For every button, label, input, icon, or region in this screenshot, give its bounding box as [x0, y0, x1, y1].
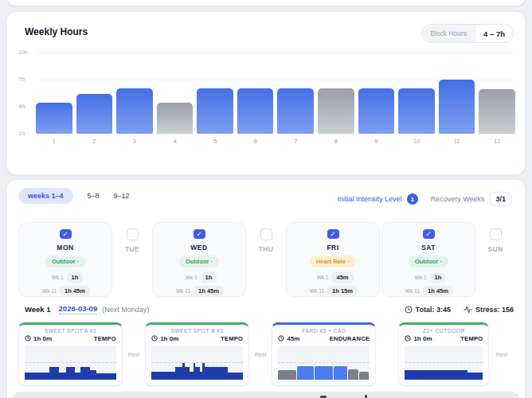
tab-weeks-9-12[interactable]: 9–12 — [114, 192, 130, 200]
week-bar[interactable]: 5 — [197, 49, 233, 145]
week-bar[interactable]: 3 — [116, 49, 153, 145]
x-axis-tick-label: 5 — [197, 134, 233, 145]
week-duration-row: Wk 111h 45m — [174, 286, 224, 296]
rest-label: Rest — [255, 352, 266, 357]
x-axis-tick-label: 12 — [479, 134, 515, 145]
workout-card[interactable]: SWEET SPOT B #11h 0mTEMPO — [145, 322, 249, 386]
workout-intensity-label: ENDURANCE — [330, 335, 370, 342]
workout-card[interactable]: Z2+ OUTDOOR1h 0mTEMPO — [398, 322, 489, 386]
interval-segment — [278, 370, 296, 380]
day-column-fri: ✓FRIHeart Rate ·Wk 145mWk 111h 15m — [286, 222, 380, 297]
initial-intensity-badge[interactable]: 1 — [407, 193, 418, 205]
x-axis-tick-label: 4 — [157, 134, 194, 145]
x-axis-tick-label: 1 — [36, 134, 72, 145]
week-duration-label: Wk 11 — [174, 288, 190, 294]
week-duration-chip: 1h 45m — [194, 286, 224, 296]
workout-meta-row: 1h 0mTEMPO — [19, 334, 122, 342]
hours-mode-toggle[interactable]: Block Hours 4 – 7h — [421, 24, 514, 43]
week-bar[interactable]: 8 — [318, 49, 354, 145]
week-total-stat: Total: 3:45 — [405, 306, 451, 314]
day-checkbox-checked[interactable]: ✓ — [60, 229, 72, 239]
day-column-sun[interactable]: SUN — [477, 222, 514, 297]
day-mode-pill[interactable]: Heart Rate · — [310, 256, 356, 267]
week-bar[interactable]: 10 — [398, 49, 435, 145]
column-spacer — [377, 322, 398, 386]
initial-intensity-label[interactable]: Initial Intensity Level — [338, 195, 402, 203]
clock-icon — [25, 335, 31, 341]
week-bar-fill[interactable] — [277, 88, 314, 134]
interval-segment — [405, 370, 467, 380]
day-column-tue[interactable]: TUE — [114, 222, 151, 297]
week-duration-row: Wk 111h 15m — [308, 286, 358, 296]
day-mode-pill[interactable]: Outdoor · — [179, 256, 219, 267]
day-checkbox-unchecked[interactable] — [490, 228, 502, 240]
tab-weeks-5-8[interactable]: 5–8 — [88, 192, 100, 200]
week-bar-fill[interactable] — [439, 80, 475, 134]
hours-range-toggle-option[interactable]: 4 – 7h — [475, 25, 513, 42]
day-checkbox-checked[interactable]: ✓ — [194, 229, 205, 239]
day-column-sat: ✓SATOutdoor ·Wk 11hWk 111h 45m — [381, 222, 475, 297]
week-duration-chip: 1h 45m — [60, 286, 90, 296]
week-bar-fill[interactable] — [76, 94, 113, 134]
plan-builder-screen: Weekly Hours Block Hours 4 – 7h 10h7h4h1… — [0, 0, 532, 398]
day-column-wed: ✓WEDOutdoor ·Wk 11hWk 111h 45m — [152, 222, 246, 297]
workout-duration-text: 1h 0m — [413, 335, 432, 342]
week-bar[interactable]: 6 — [237, 49, 274, 145]
weekly-hours-chart: 10h7h4h1h 123456789101112 — [18, 49, 517, 168]
workout-intensity-label: TEMPO — [221, 335, 243, 342]
day-label: MON — [57, 244, 73, 252]
tab-weeks-1-4[interactable]: weeks 1–4 — [18, 188, 73, 204]
interval-segment — [297, 366, 314, 380]
day-mode-pill[interactable]: Outdoor · — [409, 256, 448, 267]
x-axis-tick-label: 7 — [277, 134, 314, 145]
week-bar-fill[interactable] — [358, 88, 395, 134]
interval-segment — [66, 367, 76, 380]
week-bar[interactable]: 1 — [36, 49, 72, 145]
start-date-link[interactable]: 2026-03-09 — [59, 304, 98, 314]
interval-segment — [25, 373, 49, 380]
day-checkbox-unchecked[interactable] — [127, 228, 139, 240]
week-duration-label: Wk 11 — [308, 288, 324, 294]
week-bar-fill[interactable] — [36, 103, 72, 134]
interval-segment — [151, 372, 175, 380]
recovery-week-bar-fill[interactable] — [318, 88, 354, 134]
week-bar-fill[interactable] — [197, 88, 233, 134]
workout-card[interactable]: FARD 45 + CAD45mENDURANCE — [272, 322, 376, 386]
workout-duration-text: 1h 0m — [160, 335, 178, 342]
week-bar[interactable]: 11 — [439, 49, 475, 145]
day-mode-pill[interactable]: Outdoor · — [45, 256, 85, 267]
week-bar-fill[interactable] — [116, 88, 153, 134]
workout-title: FARD 45 + CAD — [272, 328, 375, 334]
week-bar[interactable]: 9 — [358, 49, 395, 145]
recovery-week-bar-fill[interactable] — [157, 103, 194, 134]
previous-card-bottom-edge — [6, 0, 526, 6]
workout-intensity-label: TEMPO — [94, 335, 116, 342]
y-axis-tick-label: 1h — [18, 131, 25, 136]
workout-card[interactable]: SWEET SPOT A #11h 0mTEMPO — [18, 322, 123, 386]
recovery-week-bar-fill[interactable] — [479, 89, 515, 134]
week-bar[interactable]: 7 — [277, 49, 314, 145]
block-hours-toggle-option[interactable]: Block Hours — [422, 25, 475, 42]
week-duration-label: Wk 11 — [404, 288, 420, 294]
week-duration-chip: 1h 15m — [327, 286, 358, 296]
interval-segment — [80, 367, 90, 380]
day-column-thu[interactable]: THU — [248, 222, 284, 297]
x-axis-tick-label: 3 — [116, 134, 153, 145]
week-bar[interactable]: 12 — [479, 49, 515, 145]
week-duration-row: Wk 111h 45m — [41, 286, 90, 296]
week-bar-fill[interactable] — [398, 88, 435, 134]
week-bar[interactable]: 2 — [76, 49, 113, 145]
day-checkbox-checked[interactable]: ✓ — [423, 229, 435, 239]
day-label: SUN — [487, 245, 503, 253]
interval-segment — [175, 367, 182, 380]
y-axis-tick-label: 10h — [18, 49, 28, 55]
interval-segment — [359, 372, 369, 380]
day-checkbox-checked[interactable]: ✓ — [327, 229, 339, 239]
recovery-weeks-value[interactable]: 3/1 — [489, 192, 512, 206]
workout-duration: 1h 0m — [151, 335, 178, 342]
day-checkbox-unchecked[interactable] — [260, 228, 272, 240]
week-bar-fill[interactable] — [237, 88, 274, 134]
week-bar[interactable]: 4 — [157, 49, 194, 145]
weekday-selector-row: ✓MONOutdoor ·Wk 11hWk 111h 45mTUE✓WEDOut… — [18, 222, 514, 297]
pulse-icon — [464, 306, 472, 314]
